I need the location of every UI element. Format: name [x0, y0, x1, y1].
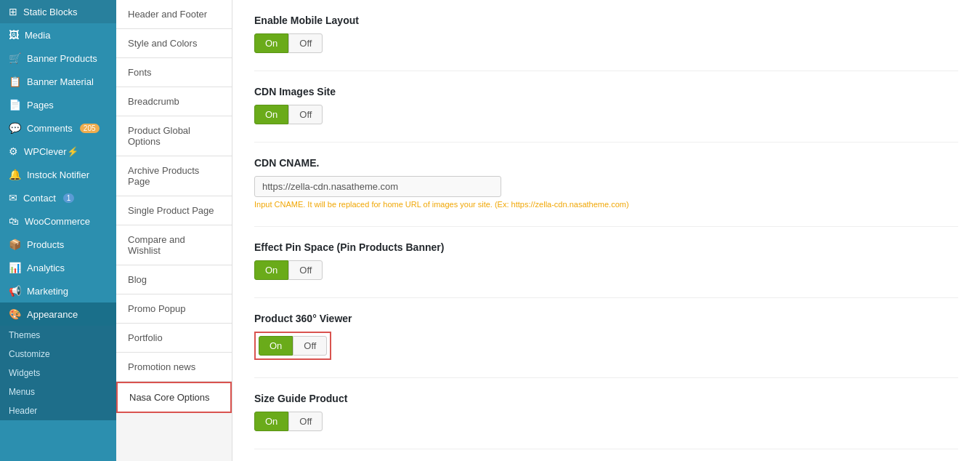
sidebar-item-products[interactable]: 📦 Products	[0, 233, 116, 256]
enable-mobile-layout-off[interactable]: Off	[288, 33, 323, 53]
sidebar-item-label: Media	[25, 30, 50, 41]
product-360-viewer-on[interactable]: On	[259, 336, 293, 356]
enable-mobile-layout-section: Enable Mobile Layout On Off	[254, 15, 958, 53]
size-guide-on[interactable]: On	[254, 412, 288, 431]
cdn-images-site-off[interactable]: Off	[288, 105, 323, 124]
media-icon: 🖼	[9, 29, 19, 41]
sidebar-item-customize[interactable]: Customize	[0, 345, 116, 364]
effect-pin-space-on[interactable]: On	[254, 260, 288, 280]
effect-pin-space-label: Effect Pin Space (Pin Products Banner)	[254, 241, 958, 253]
banner-material-icon: 📋	[9, 76, 21, 87]
comments-badge: 205	[80, 124, 100, 133]
middle-item-blog[interactable]: Blog	[116, 265, 232, 294]
middle-item-portfolio[interactable]: Portfolio	[116, 324, 232, 353]
sidebar-item-themes[interactable]: Themes	[0, 326, 116, 345]
woocommerce-icon: 🛍	[9, 215, 19, 227]
middle-item-promo-popup[interactable]: Promo Popup	[116, 294, 232, 324]
effect-pin-space-toggle: On Off	[254, 260, 323, 280]
cdn-images-site-section: CDN Images Site On Off	[254, 86, 958, 124]
sidebar-item-appearance[interactable]: 🎨 Appearance	[0, 302, 116, 326]
cdn-images-site-on[interactable]: On	[254, 105, 288, 124]
sidebar-item-header[interactable]: Header	[0, 401, 116, 420]
divider-5	[254, 377, 958, 378]
divider-3	[254, 226, 958, 227]
themes-label: Themes	[9, 330, 40, 340]
product-360-viewer-off[interactable]: Off	[293, 336, 327, 356]
pages-icon: 📄	[9, 99, 21, 111]
divider-1	[254, 71, 958, 71]
middle-item-label: Portfolio	[128, 332, 163, 343]
sidebar-item-label: Marketing	[27, 286, 68, 297]
cdn-cname-input[interactable]	[254, 176, 501, 197]
wpclever-icon: ⚙	[9, 145, 18, 157]
middle-item-label: Promotion news	[128, 361, 195, 372]
cdn-cname-section: CDN CNAME. Input CNAME. It will be repla…	[254, 157, 958, 209]
middle-item-label: Compare and Wishlist	[128, 234, 185, 256]
middle-item-style-colors[interactable]: Style and Colors	[116, 29, 232, 58]
middle-item-label: Style and Colors	[128, 38, 197, 49]
sidebar-item-static-blocks[interactable]: ⊞ Static Blocks	[0, 0, 116, 23]
sidebar-item-banner-products[interactable]: 🛒 Banner Products	[0, 47, 116, 70]
sidebar-item-instock-notifier[interactable]: 🔔 Instock Notifier	[0, 163, 116, 186]
sidebar-item-menus[interactable]: Menus	[0, 382, 116, 401]
sidebar-item-comments[interactable]: 💬 Comments 205	[0, 116, 116, 140]
middle-item-promotion-news[interactable]: Promotion news	[116, 353, 232, 382]
widgets-label: Widgets	[9, 368, 40, 378]
effect-pin-space-off[interactable]: Off	[288, 260, 323, 280]
middle-item-label: Header and Footer	[128, 9, 207, 20]
middle-item-archive-products-page[interactable]: Archive Products Page	[116, 156, 232, 196]
contact-icon: ✉	[9, 192, 17, 204]
enable-mobile-layout-toggle: On Off	[254, 33, 323, 53]
sidebar-item-marketing[interactable]: 📢 Marketing	[0, 279, 116, 302]
sidebar: ⊞ Static Blocks 🖼 Media 🛒 Banner Product…	[0, 0, 116, 461]
product-360-viewer-label: Product 360° Viewer	[254, 313, 958, 324]
sidebar-item-label: WPClever⚡	[24, 146, 78, 157]
sidebar-item-label: Products	[27, 239, 64, 250]
enable-mobile-layout-on[interactable]: On	[254, 33, 288, 53]
sidebar-item-label: Static Blocks	[23, 7, 77, 17]
cdn-images-site-label: CDN Images Site	[254, 86, 958, 97]
sidebar-item-media[interactable]: 🖼 Media	[0, 23, 116, 47]
size-guide-toggle-label: Size Guide Product	[254, 393, 958, 404]
sidebar-item-analytics[interactable]: 📊 Analytics	[0, 256, 116, 279]
middle-item-label: Archive Products Page	[128, 165, 199, 187]
sidebar-item-widgets[interactable]: Widgets	[0, 364, 116, 382]
sidebar-sub-menu: Themes Customize Widgets Menus Header	[0, 326, 116, 420]
middle-item-compare-wishlist[interactable]: Compare and Wishlist	[116, 225, 232, 265]
sidebar-item-contact[interactable]: ✉ Contact 1	[0, 186, 116, 209]
analytics-icon: 📊	[9, 262, 21, 273]
banner-products-icon: 🛒	[9, 52, 21, 64]
middle-item-label: Nasa Core Options	[129, 392, 210, 403]
middle-item-product-global-options[interactable]: Product Global Options	[116, 116, 232, 156]
sidebar-item-label: Banner Material	[27, 76, 94, 87]
cdn-images-site-toggle: On Off	[254, 105, 323, 124]
sidebar-item-label: Appearance	[27, 309, 78, 320]
middle-item-breadcrumb[interactable]: Breadcrumb	[116, 87, 232, 116]
middle-item-fonts[interactable]: Fonts	[116, 58, 232, 87]
products-icon: 📦	[9, 238, 21, 250]
middle-item-single-product-page[interactable]: Single Product Page	[116, 196, 232, 225]
static-blocks-icon: ⊞	[9, 6, 17, 17]
contact-badge: 1	[63, 193, 75, 203]
sidebar-item-label: WooCommerce	[25, 216, 90, 227]
cdn-cname-label: CDN CNAME.	[254, 157, 958, 169]
sidebar-item-label: Analytics	[27, 262, 65, 273]
size-guide-toggle-section: Size Guide Product On Off	[254, 393, 958, 431]
sidebar-item-label: Comments	[27, 123, 73, 134]
middle-item-label: Breadcrumb	[128, 96, 179, 107]
effect-pin-space-section: Effect Pin Space (Pin Products Banner) O…	[254, 241, 958, 280]
appearance-icon: 🎨	[9, 308, 21, 320]
sidebar-item-banner-material[interactable]: 📋 Banner Material	[0, 70, 116, 93]
sidebar-item-pages[interactable]: 📄 Pages	[0, 93, 116, 116]
middle-item-header-footer[interactable]: Header and Footer	[116, 0, 232, 29]
size-guide-toggle: On Off	[254, 412, 323, 431]
size-guide-off[interactable]: Off	[288, 412, 323, 431]
product-360-viewer-toggle: On Off	[254, 332, 331, 360]
sidebar-item-woocommerce[interactable]: 🛍 WooCommerce	[0, 209, 116, 233]
middle-item-nasa-core-options[interactable]: Nasa Core Options	[116, 382, 232, 413]
marketing-icon: 📢	[9, 285, 21, 297]
header-label: Header	[9, 406, 37, 416]
cdn-cname-helper: Input CNAME. It will be replaced for hom…	[254, 200, 958, 209]
sidebar-item-wpclever[interactable]: ⚙ WPClever⚡	[0, 140, 116, 163]
divider-2	[254, 142, 958, 143]
